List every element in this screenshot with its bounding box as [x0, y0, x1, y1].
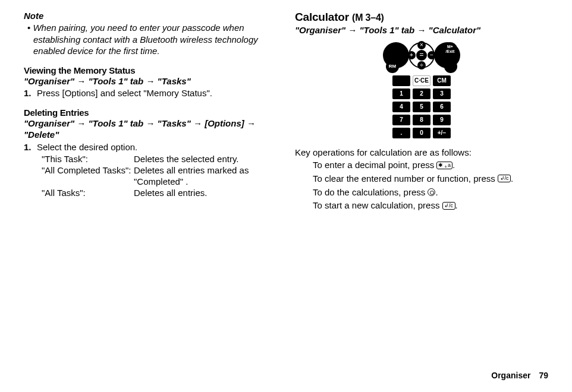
keyop-clear: To clear the entered number or function,…	[313, 172, 548, 185]
page-footer: Organiser79	[491, 371, 548, 380]
note-title: Note	[24, 11, 277, 21]
equals-icon: =	[416, 50, 427, 61]
step-number: 1.	[24, 142, 37, 153]
option-key: "This Task":	[42, 154, 134, 165]
step-text: Press [Options] and select "Memory Statu…	[37, 88, 212, 98]
calc-key-1: 1	[392, 88, 410, 99]
note-body: When pairing, you need to enter your pas…	[24, 22, 277, 57]
heading-deleting-entries: Deleting Entries	[24, 108, 277, 118]
calc-key-plusminus: +/−	[433, 128, 451, 138]
calc-key-6: 6	[433, 102, 451, 112]
option-row: "All Tasks": Deletes all entries.	[42, 188, 277, 199]
center-key-icon	[428, 188, 435, 196]
footer-page-number: 79	[539, 371, 548, 380]
calc-key-blank	[392, 75, 410, 86]
calc-key-8: 8	[413, 115, 430, 125]
heading-text: Calculator	[295, 11, 349, 23]
path-deleting-entries: "Organiser" → "Tools 1" tab → "Tasks" → …	[24, 118, 277, 141]
multiply-icon: ×	[417, 41, 426, 49]
calc-key-2: 2	[413, 88, 430, 99]
heading-calculator: Calculator (M 3–4)	[295, 11, 548, 24]
option-key: "All Completed Tasks":	[42, 165, 134, 188]
option-val: Deletes all entries.	[134, 188, 277, 199]
option-val: Deletes all entries marked as "Completed…	[134, 165, 277, 188]
calc-key-7: 7	[392, 115, 410, 125]
right-column: Calculator (M 3–4) "Organiser" → "Tools …	[295, 11, 548, 213]
calc-keypad: C·CE CM 1 2 3 4 5 6 7 8 9 . 0 +/−	[389, 75, 454, 138]
keyops-list: To enter a decimal point, press ✱ ｡a. To…	[313, 159, 548, 212]
calc-key-4: 4	[392, 102, 410, 112]
calc-key-cce: C·CE	[413, 75, 430, 86]
option-row: "This Task": Deletes the selected entry.	[42, 154, 277, 165]
keyops-intro: Key operations for calculation are as fo…	[295, 147, 548, 159]
calc-key-cm: CM	[433, 75, 451, 86]
step-deleting-entries: 1.Select the desired option.	[24, 142, 277, 153]
step-memory-status: 1.Press [Options] and select "Memory Sta…	[24, 88, 277, 99]
calc-key-9: 9	[433, 115, 451, 125]
footer-section: Organiser	[491, 371, 530, 380]
calc-dpad: × ÷ + − =	[408, 42, 435, 68]
divide-icon: ÷	[417, 61, 426, 69]
keyop-decimal: To enter a decimal point, press ✱ ｡a.	[313, 159, 548, 172]
left-column: Note When pairing, you need to enter you…	[24, 11, 277, 213]
option-val: Deletes the selected entry.	[134, 154, 277, 165]
calc-key-dot: .	[392, 128, 410, 138]
calculator-illustration: × ÷ + − = RM M+ /Exit C·CE CM 1 2	[389, 42, 454, 138]
calc-top: × ÷ + − = RM M+ /Exit	[389, 42, 454, 75]
clear-key-icon: ↲/c	[442, 202, 455, 210]
calc-key-5: 5	[413, 102, 430, 112]
path-calculator: "Organiser" → "Tools 1" tab → "Calculato…	[295, 25, 548, 36]
delete-options-list: "This Task": Deletes the selected entry.…	[42, 154, 277, 198]
star-key-icon: ✱ ｡a	[436, 162, 452, 169]
option-row: "All Completed Tasks": Deletes all entri…	[42, 165, 277, 188]
path-memory-status: "Organiser" → "Tools 1" tab → "Tasks"	[24, 76, 277, 87]
menu-code: (M 3–4)	[352, 12, 384, 23]
keyop-calculate: To do the calculations, press .	[313, 186, 548, 199]
plus-icon: +	[407, 51, 416, 59]
option-key: "All Tasks":	[42, 188, 134, 199]
keyop-newcalc: To start a new calculation, press ↲/c.	[313, 199, 548, 212]
heading-memory-status: Viewing the Memory Status	[24, 65, 277, 75]
clear-key-icon: ↲/c	[498, 175, 511, 182]
rm-key: RM	[386, 60, 399, 73]
step-text: Select the desired option.	[37, 142, 137, 152]
calc-right-small-knob	[444, 60, 457, 73]
step-number: 1.	[24, 88, 37, 99]
minus-icon: −	[428, 51, 436, 59]
calc-key-3: 3	[433, 88, 451, 99]
calc-key-0: 0	[413, 128, 430, 138]
mplus-exit-key: M+ /Exit	[443, 42, 457, 56]
